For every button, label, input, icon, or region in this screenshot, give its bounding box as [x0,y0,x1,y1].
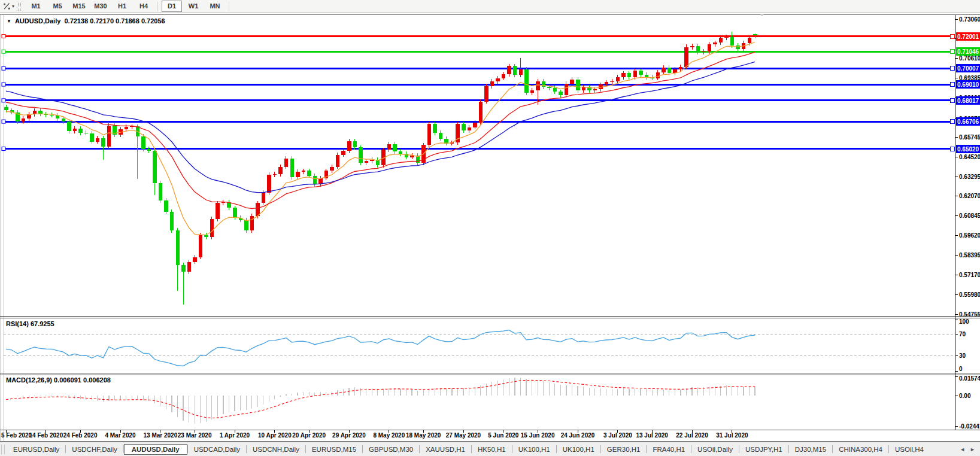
candle[interactable] [204,235,208,237]
candle[interactable] [199,235,203,257]
timeframe-button-h1[interactable]: H1 [112,1,132,12]
timeframe-button-h4[interactable]: H4 [134,1,154,12]
timeframe-button-d1[interactable]: D1 [162,1,182,12]
candle[interactable] [547,87,551,87]
tab-usdchf-daily[interactable]: USDCHF,Daily [66,444,123,455]
tab-usdjpy-h1[interactable]: USDJPY,H1 [739,444,788,455]
candle[interactable] [284,159,289,166]
level-handle[interactable] [2,120,5,123]
level-handle[interactable] [2,35,5,38]
candle[interactable] [639,71,643,75]
candle[interactable] [62,118,66,121]
tab-ger30-h1[interactable]: GER30,H1 [601,444,647,455]
candle[interactable] [502,74,506,78]
tab-audusd-daily[interactable]: AUDUSD,Daily [124,444,187,455]
level-handle[interactable] [2,50,5,53]
candle[interactable] [621,73,626,77]
candle[interactable] [244,220,248,231]
candle[interactable] [153,151,156,183]
candle[interactable] [107,126,111,147]
candle[interactable] [278,167,283,174]
candle[interactable] [353,141,357,148]
candle[interactable] [719,38,723,42]
chart-area[interactable]: 0.730600.718350.706100.693850.681600.668… [0,14,980,442]
tab-fra40-h1[interactable]: FRA40,H1 [647,444,691,455]
tab-dj30-m15[interactable]: DJ30,M15 [789,444,832,455]
candle[interactable] [433,124,437,133]
candle[interactable] [473,123,477,127]
candle[interactable] [130,126,134,127]
candle[interactable] [753,34,757,35]
candle[interactable] [302,171,306,171]
candle[interactable] [187,262,192,272]
candle[interactable] [713,42,717,44]
candle[interactable] [702,51,706,52]
candle[interactable] [210,219,214,237]
candle[interactable] [341,151,345,155]
candle[interactable] [159,183,163,201]
tab-usoil-daily[interactable]: USOil,Daily [691,444,739,455]
candle[interactable] [536,81,540,90]
timeframe-button-mn[interactable]: MN [205,1,225,12]
candle[interactable] [296,172,300,177]
level-handle[interactable] [2,147,5,151]
candle[interactable] [576,80,580,90]
candle[interactable] [193,257,197,262]
tab-uk100-h1[interactable]: UK100,H1 [557,444,600,455]
candle[interactable] [176,230,180,265]
timeframe-button-m30[interactable]: M30 [90,1,111,12]
candle[interactable] [496,78,500,81]
candle[interactable] [662,68,666,72]
candle[interactable] [73,129,77,131]
tab-gbpusd-m30[interactable]: GBPUSD,M30 [363,444,419,455]
timeframe-button-m5[interactable]: M5 [47,1,68,12]
candle[interactable] [708,44,712,51]
tab-scroll-right-icon[interactable]: ► [970,446,975,452]
crosshair-cursor-icon[interactable] [1,1,12,12]
candle[interactable] [90,133,94,142]
candle[interactable] [313,176,317,185]
tab-usoil-h4[interactable]: USOil,H4 [889,444,930,455]
candle[interactable] [484,86,489,102]
candle[interactable] [439,133,443,138]
candle[interactable] [690,46,694,48]
candle[interactable] [365,161,369,163]
candle[interactable] [78,129,83,133]
candle[interactable] [570,80,574,84]
candle[interactable] [490,81,494,86]
candle[interactable] [256,203,260,216]
tab-eurusd-m15[interactable]: EURUSD,M15 [306,444,362,455]
level-handle[interactable] [2,66,5,70]
candle[interactable] [736,45,740,49]
candle[interactable] [462,124,466,130]
candle[interactable] [22,118,26,121]
tab-eurusd-daily[interactable]: EURUSD,Daily [7,444,65,455]
candle[interactable] [67,121,71,131]
candle[interactable] [656,72,660,78]
candle[interactable] [519,69,523,75]
candle[interactable] [96,138,100,142]
tab-scroll-left-icon[interactable]: ◄ [960,446,965,452]
candle[interactable] [181,265,186,272]
candle[interactable] [262,193,266,203]
candle[interactable] [668,68,672,73]
candle[interactable] [730,37,735,45]
candle[interactable] [724,37,729,38]
candle[interactable] [427,124,432,145]
timeframe-button-m1[interactable]: M1 [26,1,46,12]
timeframe-button-m15[interactable]: M15 [69,1,89,12]
level-handle[interactable] [2,99,5,102]
candle[interactable] [507,66,511,74]
candle[interactable] [530,90,535,93]
level-handle[interactable] [2,83,5,86]
candle[interactable] [559,92,563,95]
candle[interactable] [513,66,517,75]
candle[interactable] [748,38,752,43]
candle[interactable] [164,200,168,212]
tab-usdcnh-daily[interactable]: USDCNH,Daily [247,444,305,455]
candle[interactable] [605,82,609,84]
candle[interactable] [633,71,638,77]
tab-china300-h4[interactable]: CHINA300,H4 [833,444,888,455]
candle[interactable] [38,111,43,114]
tab-usdcad-daily[interactable]: USDCAD,Daily [188,444,246,455]
